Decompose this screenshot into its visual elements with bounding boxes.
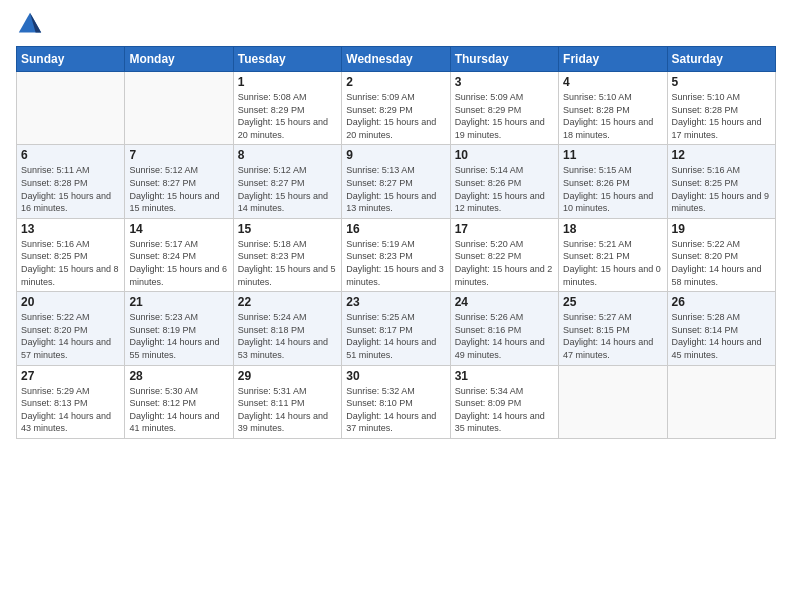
calendar-day: 26Sunrise: 5:28 AMSunset: 8:14 PMDayligh… — [667, 292, 775, 365]
day-number: 27 — [21, 369, 120, 383]
calendar-day: 1Sunrise: 5:08 AMSunset: 8:29 PMDaylight… — [233, 72, 341, 145]
day-number: 2 — [346, 75, 445, 89]
calendar-day: 5Sunrise: 5:10 AMSunset: 8:28 PMDaylight… — [667, 72, 775, 145]
day-number: 7 — [129, 148, 228, 162]
calendar-week-row: 27Sunrise: 5:29 AMSunset: 8:13 PMDayligh… — [17, 365, 776, 438]
day-number: 17 — [455, 222, 554, 236]
day-info: Sunrise: 5:22 AMSunset: 8:20 PMDaylight:… — [672, 238, 771, 288]
calendar-header-sunday: Sunday — [17, 47, 125, 72]
day-number: 29 — [238, 369, 337, 383]
day-info: Sunrise: 5:28 AMSunset: 8:14 PMDaylight:… — [672, 311, 771, 361]
day-info: Sunrise: 5:09 AMSunset: 8:29 PMDaylight:… — [455, 91, 554, 141]
day-number: 4 — [563, 75, 662, 89]
day-number: 28 — [129, 369, 228, 383]
day-number: 31 — [455, 369, 554, 383]
day-info: Sunrise: 5:27 AMSunset: 8:15 PMDaylight:… — [563, 311, 662, 361]
calendar-day: 12Sunrise: 5:16 AMSunset: 8:25 PMDayligh… — [667, 145, 775, 218]
calendar-day: 23Sunrise: 5:25 AMSunset: 8:17 PMDayligh… — [342, 292, 450, 365]
calendar-day: 8Sunrise: 5:12 AMSunset: 8:27 PMDaylight… — [233, 145, 341, 218]
day-info: Sunrise: 5:25 AMSunset: 8:17 PMDaylight:… — [346, 311, 445, 361]
day-info: Sunrise: 5:22 AMSunset: 8:20 PMDaylight:… — [21, 311, 120, 361]
day-info: Sunrise: 5:29 AMSunset: 8:13 PMDaylight:… — [21, 385, 120, 435]
calendar-day: 21Sunrise: 5:23 AMSunset: 8:19 PMDayligh… — [125, 292, 233, 365]
day-info: Sunrise: 5:34 AMSunset: 8:09 PMDaylight:… — [455, 385, 554, 435]
calendar-day: 2Sunrise: 5:09 AMSunset: 8:29 PMDaylight… — [342, 72, 450, 145]
day-info: Sunrise: 5:11 AMSunset: 8:28 PMDaylight:… — [21, 164, 120, 214]
calendar-day: 24Sunrise: 5:26 AMSunset: 8:16 PMDayligh… — [450, 292, 558, 365]
day-number: 22 — [238, 295, 337, 309]
day-info: Sunrise: 5:13 AMSunset: 8:27 PMDaylight:… — [346, 164, 445, 214]
calendar-day: 11Sunrise: 5:15 AMSunset: 8:26 PMDayligh… — [559, 145, 667, 218]
calendar-day: 10Sunrise: 5:14 AMSunset: 8:26 PMDayligh… — [450, 145, 558, 218]
calendar-day — [667, 365, 775, 438]
day-info: Sunrise: 5:18 AMSunset: 8:23 PMDaylight:… — [238, 238, 337, 288]
calendar-week-row: 6Sunrise: 5:11 AMSunset: 8:28 PMDaylight… — [17, 145, 776, 218]
day-number: 1 — [238, 75, 337, 89]
day-number: 25 — [563, 295, 662, 309]
day-info: Sunrise: 5:16 AMSunset: 8:25 PMDaylight:… — [672, 164, 771, 214]
day-number: 13 — [21, 222, 120, 236]
calendar-header-row: SundayMondayTuesdayWednesdayThursdayFrid… — [17, 47, 776, 72]
day-info: Sunrise: 5:30 AMSunset: 8:12 PMDaylight:… — [129, 385, 228, 435]
calendar-day: 18Sunrise: 5:21 AMSunset: 8:21 PMDayligh… — [559, 218, 667, 291]
day-number: 18 — [563, 222, 662, 236]
day-info: Sunrise: 5:19 AMSunset: 8:23 PMDaylight:… — [346, 238, 445, 288]
day-number: 24 — [455, 295, 554, 309]
calendar-table: SundayMondayTuesdayWednesdayThursdayFrid… — [16, 46, 776, 439]
logo-icon — [16, 10, 44, 38]
day-info: Sunrise: 5:16 AMSunset: 8:25 PMDaylight:… — [21, 238, 120, 288]
calendar-day: 7Sunrise: 5:12 AMSunset: 8:27 PMDaylight… — [125, 145, 233, 218]
day-info: Sunrise: 5:08 AMSunset: 8:29 PMDaylight:… — [238, 91, 337, 141]
calendar-day: 19Sunrise: 5:22 AMSunset: 8:20 PMDayligh… — [667, 218, 775, 291]
day-number: 23 — [346, 295, 445, 309]
calendar-day — [125, 72, 233, 145]
calendar-day: 20Sunrise: 5:22 AMSunset: 8:20 PMDayligh… — [17, 292, 125, 365]
day-info: Sunrise: 5:17 AMSunset: 8:24 PMDaylight:… — [129, 238, 228, 288]
calendar-day: 22Sunrise: 5:24 AMSunset: 8:18 PMDayligh… — [233, 292, 341, 365]
calendar-day: 9Sunrise: 5:13 AMSunset: 8:27 PMDaylight… — [342, 145, 450, 218]
page: SundayMondayTuesdayWednesdayThursdayFrid… — [0, 0, 792, 612]
day-number: 8 — [238, 148, 337, 162]
calendar-day: 13Sunrise: 5:16 AMSunset: 8:25 PMDayligh… — [17, 218, 125, 291]
calendar-header-saturday: Saturday — [667, 47, 775, 72]
calendar-day — [17, 72, 125, 145]
day-info: Sunrise: 5:10 AMSunset: 8:28 PMDaylight:… — [672, 91, 771, 141]
calendar-day: 3Sunrise: 5:09 AMSunset: 8:29 PMDaylight… — [450, 72, 558, 145]
calendar-day: 6Sunrise: 5:11 AMSunset: 8:28 PMDaylight… — [17, 145, 125, 218]
day-info: Sunrise: 5:26 AMSunset: 8:16 PMDaylight:… — [455, 311, 554, 361]
day-number: 15 — [238, 222, 337, 236]
day-info: Sunrise: 5:23 AMSunset: 8:19 PMDaylight:… — [129, 311, 228, 361]
day-info: Sunrise: 5:31 AMSunset: 8:11 PMDaylight:… — [238, 385, 337, 435]
calendar-day: 30Sunrise: 5:32 AMSunset: 8:10 PMDayligh… — [342, 365, 450, 438]
day-number: 30 — [346, 369, 445, 383]
calendar-day: 28Sunrise: 5:30 AMSunset: 8:12 PMDayligh… — [125, 365, 233, 438]
calendar-day: 4Sunrise: 5:10 AMSunset: 8:28 PMDaylight… — [559, 72, 667, 145]
day-info: Sunrise: 5:12 AMSunset: 8:27 PMDaylight:… — [238, 164, 337, 214]
day-number: 11 — [563, 148, 662, 162]
day-number: 19 — [672, 222, 771, 236]
calendar-week-row: 13Sunrise: 5:16 AMSunset: 8:25 PMDayligh… — [17, 218, 776, 291]
calendar-header-monday: Monday — [125, 47, 233, 72]
day-info: Sunrise: 5:10 AMSunset: 8:28 PMDaylight:… — [563, 91, 662, 141]
calendar-day: 29Sunrise: 5:31 AMSunset: 8:11 PMDayligh… — [233, 365, 341, 438]
calendar-header-thursday: Thursday — [450, 47, 558, 72]
logo — [16, 10, 48, 38]
day-info: Sunrise: 5:14 AMSunset: 8:26 PMDaylight:… — [455, 164, 554, 214]
day-number: 5 — [672, 75, 771, 89]
day-number: 12 — [672, 148, 771, 162]
day-info: Sunrise: 5:09 AMSunset: 8:29 PMDaylight:… — [346, 91, 445, 141]
day-info: Sunrise: 5:12 AMSunset: 8:27 PMDaylight:… — [129, 164, 228, 214]
day-info: Sunrise: 5:15 AMSunset: 8:26 PMDaylight:… — [563, 164, 662, 214]
calendar-header-wednesday: Wednesday — [342, 47, 450, 72]
calendar-day — [559, 365, 667, 438]
day-number: 21 — [129, 295, 228, 309]
day-number: 10 — [455, 148, 554, 162]
day-number: 9 — [346, 148, 445, 162]
day-number: 16 — [346, 222, 445, 236]
calendar-day: 27Sunrise: 5:29 AMSunset: 8:13 PMDayligh… — [17, 365, 125, 438]
calendar-header-tuesday: Tuesday — [233, 47, 341, 72]
calendar-day: 17Sunrise: 5:20 AMSunset: 8:22 PMDayligh… — [450, 218, 558, 291]
day-number: 26 — [672, 295, 771, 309]
day-info: Sunrise: 5:24 AMSunset: 8:18 PMDaylight:… — [238, 311, 337, 361]
day-number: 3 — [455, 75, 554, 89]
